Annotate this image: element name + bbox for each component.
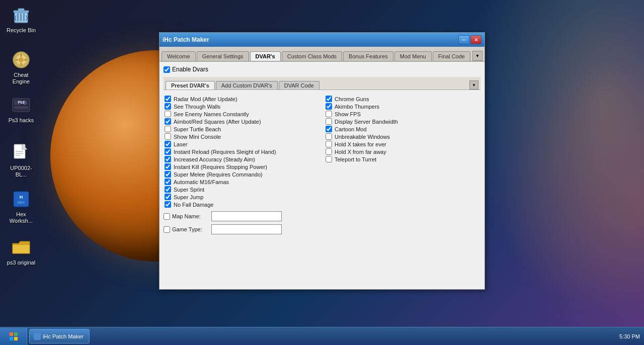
ps3-original-icon[interactable]: ps3 original bbox=[3, 235, 39, 268]
sub-tab-preset-dvars[interactable]: Preset DVAR's bbox=[166, 81, 215, 90]
checkbox-left-column: Radar Mod (After Update)See Through Wall… bbox=[164, 95, 319, 208]
checkbox-label-super-jump[interactable]: Super Jump bbox=[174, 194, 203, 200]
list-item: Cartoon Mod bbox=[325, 125, 480, 133]
list-item: Increased Accuracy (Steady Aim) bbox=[164, 155, 319, 163]
up0002-bl-icon[interactable]: UP0002-BL... bbox=[3, 141, 39, 180]
checkbox-super-turtle-beach[interactable] bbox=[165, 126, 171, 132]
checkbox-increased-accuracy[interactable] bbox=[165, 156, 171, 162]
checkbox-laser[interactable] bbox=[165, 141, 171, 147]
close-button[interactable]: ✕ bbox=[470, 35, 481, 44]
checkbox-label-laser[interactable]: Laser bbox=[174, 141, 188, 147]
ps3-original-image bbox=[11, 237, 31, 257]
checkbox-teleport-to-turret[interactable] bbox=[326, 156, 332, 162]
checkbox-label-teleport-to-turret[interactable]: Teleport to Turret bbox=[335, 156, 376, 162]
form-input-map-name[interactable] bbox=[211, 211, 282, 221]
sub-tab-add-custom-dvars[interactable]: Add Custom DVAR's bbox=[216, 81, 278, 90]
tab-mod-menu[interactable]: Mod Menu bbox=[394, 51, 432, 61]
ps3-hacks-label: Ps3 hacks bbox=[9, 117, 34, 124]
checkbox-super-jump[interactable] bbox=[165, 194, 171, 200]
checkbox-instant-kill[interactable] bbox=[165, 163, 171, 170]
checkbox-no-fall-damage[interactable] bbox=[165, 201, 171, 208]
list-item: Super Turtle Beach bbox=[164, 125, 319, 133]
ps3-hacks-icon[interactable]: PS3 Ps3 hacks bbox=[3, 93, 39, 126]
sub-tab-dropdown-button[interactable]: ▼ bbox=[469, 80, 478, 90]
checkbox-see-through-walls[interactable] bbox=[165, 103, 171, 110]
checkbox-label-super-turtle-beach[interactable]: Super Turtle Beach bbox=[174, 126, 221, 132]
checkbox-aimbot-red-squares[interactable] bbox=[165, 118, 171, 125]
sub-tab-dvar-code[interactable]: DVAR Code bbox=[279, 81, 319, 90]
form-label-map-name[interactable]: Map Name: bbox=[172, 213, 208, 219]
checkbox-label-display-server-bandwidth[interactable]: Display Server Bandwidth bbox=[335, 119, 398, 125]
checkbox-label-aimbot-red-squares[interactable]: Aimbot/Red Squares (After Update) bbox=[174, 119, 261, 125]
checkbox-cartoon-mod[interactable] bbox=[326, 126, 332, 132]
checkbox-label-radar-mod[interactable]: Radar Mod (After Update) bbox=[174, 96, 237, 102]
checkbox-label-cartoon-mod[interactable]: Cartoon Mod bbox=[335, 126, 367, 132]
hex-workshop-label: Hex Worksh... bbox=[5, 211, 37, 224]
checkbox-see-enemy-names[interactable] bbox=[165, 111, 171, 117]
checkbox-label-no-fall-damage[interactable]: No Fall Damage bbox=[174, 202, 213, 208]
list-item: Instant Reload (Requires Sleight of Hand… bbox=[164, 148, 319, 155]
checkbox-label-unbreakable-windows[interactable]: Unbreakable Windows bbox=[335, 134, 390, 140]
checkbox-chrome-guns[interactable] bbox=[326, 96, 332, 102]
title-bar: iHc Patch Maker ─ ✕ bbox=[159, 33, 485, 47]
enable-dvars-label[interactable]: Enable Dvars bbox=[172, 66, 208, 73]
svg-rect-3 bbox=[23, 13, 25, 21]
checkbox-label-increased-accuracy[interactable]: Increased Accuracy (Steady Aim) bbox=[174, 156, 255, 162]
checkbox-label-super-melee[interactable]: Super Melee (Requires Commando) bbox=[174, 171, 263, 178]
checkbox-hold-x-takes-forever[interactable] bbox=[326, 141, 332, 147]
checkbox-label-show-fps[interactable]: Show FPS bbox=[335, 111, 361, 117]
tab-custom-class-mods[interactable]: Custom Class Mods bbox=[282, 51, 342, 61]
taskbar-app-item[interactable]: iHc Patch Maker bbox=[29, 329, 90, 343]
checkbox-label-chrome-guns[interactable]: Chrome Guns bbox=[335, 96, 369, 102]
tab-dvars[interactable]: DVAR's bbox=[250, 51, 281, 61]
checkbox-label-automatic-m16[interactable]: Automatic M16/Famas bbox=[174, 179, 229, 185]
tab-bonus-features[interactable]: Bonus Features bbox=[343, 51, 393, 61]
recycle-bin-icon[interactable]: Recycle Bin bbox=[3, 3, 39, 36]
hex-workshop-icon[interactable]: H HEX Hex Worksh... bbox=[3, 187, 39, 226]
checkbox-right-column: Chrome GunsAkimbo ThumpersShow FPSDispla… bbox=[325, 95, 480, 208]
checkbox-label-see-through-walls[interactable]: See Through Walls bbox=[174, 104, 220, 110]
svg-point-8 bbox=[19, 57, 24, 62]
form-label-game-type[interactable]: Game Type: bbox=[172, 226, 208, 232]
checkbox-show-fps[interactable] bbox=[326, 111, 332, 117]
checkbox-automatic-m16[interactable] bbox=[165, 179, 171, 185]
checkbox-label-see-enemy-names[interactable]: See Enemy Names Constantly bbox=[174, 111, 249, 117]
checkbox-radar-mod[interactable] bbox=[165, 96, 171, 102]
form-checkbox-game-type[interactable] bbox=[164, 226, 170, 233]
checkbox-label-akimbo-thumpers[interactable]: Akimbo Thumpers bbox=[335, 104, 379, 110]
cheat-engine-icon[interactable]: Cheat Engine bbox=[3, 48, 39, 87]
ps3-hacks-image: PS3 bbox=[11, 95, 31, 115]
sub-tab-bar: Preset DVAR's Add Custom DVAR's DVAR Cod… bbox=[164, 77, 480, 90]
checkbox-label-hold-x-from-far-away[interactable]: Hold X from far away bbox=[335, 149, 386, 155]
form-checkbox-map-name[interactable] bbox=[164, 213, 170, 220]
checkbox-hold-x-from-far-away[interactable] bbox=[326, 148, 332, 155]
svg-rect-13 bbox=[14, 108, 28, 109]
checkbox-label-instant-kill[interactable]: Instant Kill (Requires Stopping Power) bbox=[174, 164, 267, 170]
list-item: See Enemy Names Constantly bbox=[164, 110, 319, 118]
list-item: Radar Mod (After Update) bbox=[164, 95, 319, 103]
checkbox-display-server-bandwidth[interactable] bbox=[326, 118, 332, 125]
taskbar-start-button[interactable] bbox=[0, 328, 27, 345]
tab-general-settings[interactable]: General Settings bbox=[197, 51, 249, 61]
checkbox-akimbo-thumpers[interactable] bbox=[326, 103, 332, 110]
tab-dropdown-button[interactable]: ▼ bbox=[472, 51, 482, 61]
tab-welcome[interactable]: Welcome bbox=[162, 51, 196, 61]
minimize-button[interactable]: ─ bbox=[458, 35, 469, 44]
enable-dvars-row: Enable Dvars bbox=[164, 66, 480, 73]
checkbox-super-melee[interactable] bbox=[165, 171, 171, 178]
list-item: Show Mini Console bbox=[164, 133, 319, 140]
checkbox-super-sprint[interactable] bbox=[165, 186, 171, 193]
checkbox-label-super-sprint[interactable]: Super Sprint bbox=[174, 187, 204, 193]
enable-dvars-checkbox[interactable] bbox=[164, 66, 170, 73]
up0002-bl-image bbox=[11, 143, 31, 163]
checkbox-label-show-mini-console[interactable]: Show Mini Console bbox=[174, 134, 221, 140]
checkbox-label-instant-reload[interactable]: Instant Reload (Requires Sleight of Hand… bbox=[174, 149, 276, 155]
form-input-game-type[interactable] bbox=[211, 224, 282, 234]
cheat-engine-image bbox=[11, 50, 31, 70]
checkbox-label-hold-x-takes-forever[interactable]: Hold X takes for ever bbox=[335, 141, 386, 147]
checkbox-instant-reload[interactable] bbox=[165, 148, 171, 155]
checkbox-unbreakable-windows[interactable] bbox=[326, 133, 332, 140]
checkbox-show-mini-console[interactable] bbox=[165, 133, 171, 140]
cheat-engine-label: Cheat Engine bbox=[5, 72, 37, 85]
tab-final-code[interactable]: Final Code bbox=[433, 51, 470, 61]
